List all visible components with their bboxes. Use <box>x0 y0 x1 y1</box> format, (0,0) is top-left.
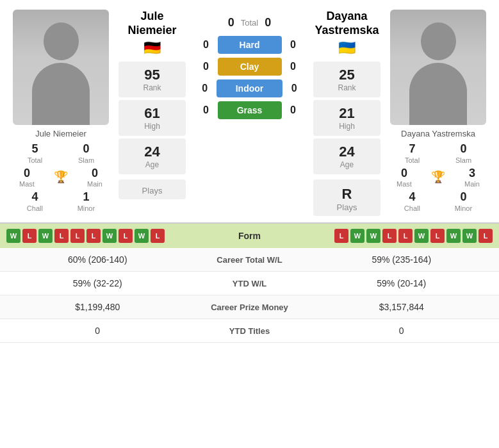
player1-mast-label: Mast <box>19 180 35 188</box>
player2-minor-label: Minor <box>455 204 473 212</box>
player2-mast: 0 <box>397 167 412 181</box>
player1-chall-cell: 4 Chall <box>27 190 43 212</box>
form-badge-p1: L <box>54 229 69 243</box>
hard-button[interactable]: Hard <box>218 36 282 54</box>
total-label: Total <box>241 18 258 28</box>
player1-chall-label: Chall <box>27 204 43 212</box>
player1-slam: 0 <box>78 142 94 156</box>
player2-plays-box: R Plays <box>313 179 380 216</box>
player1-age-val: 24 <box>122 144 183 160</box>
form-badges-player2: LWWLLWLWWL <box>288 229 493 243</box>
player2-total: 7 <box>405 142 420 156</box>
form-badge-p1: W <box>38 229 53 243</box>
player2-slam-label: Slam <box>455 156 471 164</box>
player1-high-val: 61 <box>122 105 183 122</box>
player1-total-cell: 5 Total <box>28 142 42 164</box>
player1-name-below: Jule Niemeier <box>35 129 86 138</box>
main-container: Jule Niemeier 5 Total 0 Slam 0 Mast 🏆 <box>0 0 499 343</box>
form-badge-p2: L <box>479 229 493 243</box>
form-badge-p1: L <box>86 229 101 243</box>
player1-rank-box: 95 Rank <box>119 62 186 97</box>
stats-right-2: $3,157,844 <box>314 302 490 312</box>
player1-main: 0 <box>87 167 102 181</box>
stats-right-1: 59% (20-14) <box>314 278 490 288</box>
form-badges-player1: WLWLLLWLWL <box>6 229 211 243</box>
player2-rank-val: 25 <box>316 67 377 83</box>
clay-left: 0 <box>200 61 213 72</box>
form-badge-p1: W <box>6 229 20 243</box>
stats-row: 60% (206-140) Career Total W/L 59% (235-… <box>0 248 499 272</box>
player2-mast-cell: 0 Mast <box>397 167 412 188</box>
form-badge-p2: L <box>430 229 445 243</box>
hard-left: 0 <box>200 39 213 51</box>
form-label: Form <box>211 231 288 241</box>
form-badge-p2: L <box>334 229 348 243</box>
trophy-icon-player2: 🏆 <box>431 170 445 184</box>
form-badge-p1: L <box>22 229 37 243</box>
player2-flag: 🇺🇦 <box>338 40 356 56</box>
stats-table: 60% (206-140) Career Total W/L 59% (235-… <box>0 248 499 343</box>
player1-minor-cell: 1 Minor <box>78 190 95 212</box>
player2-rank-box: 25 Rank <box>313 62 380 97</box>
form-badge-p1: L <box>70 229 85 243</box>
stats-left-1: 59% (32-22) <box>10 278 186 288</box>
player2-age-lbl: Age <box>316 160 377 169</box>
form-badge-p2: L <box>398 229 413 243</box>
stats-row: 0 YTD Titles 0 <box>0 319 499 343</box>
center-courts: 0 Total 0 0 Hard 0 0 Clay 0 0 Indoor 0 <box>189 10 310 216</box>
player1-rank-val: 95 <box>122 67 183 83</box>
player1-total: 5 <box>28 142 42 156</box>
form-section: WLWLLLWLWL Form LWWLLWLWWL <box>0 224 499 248</box>
form-badge-p1: W <box>102 229 117 243</box>
total-row: 0 Total 0 <box>192 16 307 29</box>
player2-age-val: 24 <box>316 144 377 160</box>
player2-slam-cell: 0 Slam <box>455 142 471 164</box>
stats-right-3: 0 <box>314 326 490 336</box>
stats-label-3: YTD Titles <box>186 326 314 336</box>
stats-left-3: 0 <box>10 326 186 336</box>
player1-card: Jule Niemeier 5 Total 0 Slam 0 Mast 🏆 <box>6 10 115 216</box>
stats-right-0: 59% (235-164) <box>314 254 490 265</box>
player2-total-label: Total <box>405 156 420 164</box>
form-badge-p2: W <box>414 229 429 243</box>
stats-label-0: Career Total W/L <box>186 255 314 265</box>
total-left: 0 <box>228 16 234 29</box>
grass-button[interactable]: Grass <box>218 101 282 119</box>
player1-total-label: Total <box>28 156 42 164</box>
player1-avatar <box>13 10 109 125</box>
player2-age-box: 24 Age <box>313 138 380 174</box>
player2-high-lbl: High <box>316 122 377 131</box>
player1-age-lbl: Age <box>122 160 183 169</box>
top-section: Jule Niemeier 5 Total 0 Slam 0 Mast 🏆 <box>0 0 499 222</box>
form-badge-p2: W <box>350 229 364 243</box>
player2-name-title: DayanaYastremska <box>315 10 379 37</box>
total-right: 0 <box>265 16 271 29</box>
player1-mast: 0 <box>19 167 35 181</box>
form-badge-p1: L <box>119 229 133 243</box>
player1-plays-box: Plays <box>119 179 186 199</box>
player2-main-label: Main <box>464 180 480 188</box>
player2-plays-val: R <box>316 186 377 203</box>
stats-label-1: YTD W/L <box>186 279 314 288</box>
player1-main-cell: 0 Main <box>87 167 102 188</box>
indoor-button[interactable]: Indoor <box>217 79 283 97</box>
stats-left-0: 60% (206-140) <box>10 254 186 265</box>
form-badge-p2: W <box>446 229 461 243</box>
player1-mast-cell: 0 Mast <box>19 167 35 188</box>
court-hard-row: 0 Hard 0 <box>192 36 307 54</box>
form-badge-p2: W <box>366 229 380 243</box>
player2-slam: 0 <box>455 142 471 156</box>
stats-left-2: $1,199,480 <box>10 302 186 312</box>
court-indoor-row: 0 Indoor 0 <box>192 79 307 97</box>
clay-button[interactable]: Clay <box>218 58 282 76</box>
player1-minor: 1 <box>78 190 95 204</box>
player2-chall-cell: 4 Chall <box>404 190 420 212</box>
form-badge-p2: W <box>462 229 477 243</box>
player2-plays-lbl: Plays <box>316 203 377 212</box>
player2-rank-lbl: Rank <box>316 83 377 92</box>
player2-mast-label: Mast <box>397 180 412 188</box>
indoor-left: 0 <box>199 83 211 94</box>
player2-avatar <box>390 10 486 125</box>
form-badge-p1: L <box>151 229 165 243</box>
player1-chall: 4 <box>27 190 43 204</box>
